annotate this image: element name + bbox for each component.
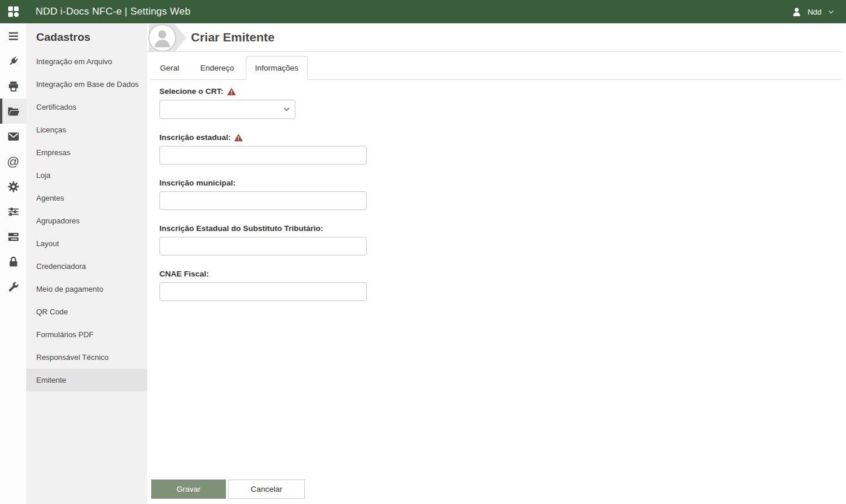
top-header: NDD i-Docs NFC-e | Settings Web Ndd bbox=[0, 0, 846, 23]
sliders-icon[interactable] bbox=[0, 199, 26, 224]
page-header: Criar Emitente bbox=[147, 23, 841, 52]
sidebar-heading: Cadastros bbox=[26, 23, 147, 50]
sidebar-item-layout[interactable]: Layout bbox=[26, 232, 147, 255]
field-label: Inscrição municipal: bbox=[159, 178, 846, 187]
envelope-icon[interactable] bbox=[0, 124, 26, 149]
sidebar-item-integracao-base-dados[interactable]: Integração em Base de Dados bbox=[26, 73, 147, 96]
warning-icon bbox=[234, 134, 243, 142]
sidebar-item-responsavel-tecnico[interactable]: Responsável Técnico bbox=[26, 346, 147, 369]
sidebar-item-formularios-pdf[interactable]: Formulários PDF bbox=[26, 323, 147, 346]
tab-informacoes[interactable]: Informações bbox=[246, 56, 308, 80]
menu-icon[interactable] bbox=[0, 23, 26, 48]
inscricao-substituto-input[interactable] bbox=[159, 237, 367, 256]
chevron-down-icon bbox=[827, 8, 835, 16]
user-name: Ndd bbox=[807, 8, 821, 16]
save-button[interactable]: Gravar bbox=[151, 480, 226, 499]
cnae-fiscal-label: CNAE Fiscal: bbox=[159, 270, 209, 278]
inscricao-municipal-label: Inscrição municipal: bbox=[159, 178, 236, 187]
crt-label: Selecione o CRT: bbox=[159, 87, 224, 96]
icon-rail: @ bbox=[0, 23, 26, 504]
field-inscricao-municipal: Inscrição municipal: bbox=[159, 178, 846, 210]
user-menu[interactable]: Ndd bbox=[791, 6, 835, 18]
cnae-fiscal-input[interactable] bbox=[159, 282, 367, 301]
tab-geral[interactable]: Geral bbox=[151, 56, 189, 79]
lock-icon[interactable] bbox=[0, 249, 26, 274]
field-label: CNAE Fiscal: bbox=[159, 270, 846, 278]
sidebar-item-integracao-arquivo[interactable]: Integração em Arquivo bbox=[26, 50, 147, 73]
informacoes-form: Selecione o CRT: Inscrição estad bbox=[147, 80, 846, 480]
sidebar-item-certificados[interactable]: Certificados bbox=[26, 96, 147, 118]
sidebar-item-agrupadores[interactable]: Agrupadores bbox=[26, 209, 147, 232]
warning-icon bbox=[227, 88, 236, 96]
crt-select[interactable] bbox=[159, 100, 295, 119]
field-label: Selecione o CRT: bbox=[159, 87, 846, 96]
form-actions: Gravar Cancelar bbox=[147, 480, 846, 504]
field-label: Inscrição estadual: bbox=[159, 133, 846, 142]
main-content: Criar Emitente Geral Endereço Informaçõe… bbox=[147, 23, 846, 504]
sidebar-item-empresas[interactable]: Empresas bbox=[26, 141, 147, 164]
emitente-avatar-icon bbox=[148, 24, 187, 52]
at-sign-icon[interactable]: @ bbox=[0, 149, 26, 174]
sidebar-item-emitente[interactable]: Emitente bbox=[26, 369, 147, 391]
field-label: Inscrição Estadual do Substituto Tributá… bbox=[159, 224, 846, 233]
sidebar-item-agentes[interactable]: Agentes bbox=[26, 187, 147, 209]
field-cnae-fiscal: CNAE Fiscal: bbox=[159, 270, 846, 301]
printer-icon[interactable] bbox=[0, 74, 26, 99]
cancel-button[interactable]: Cancelar bbox=[228, 480, 305, 499]
stacked-rows-icon[interactable] bbox=[0, 224, 26, 249]
gear-icon[interactable] bbox=[0, 174, 26, 199]
tab-bar: Geral Endereço Informações bbox=[151, 56, 841, 80]
user-icon bbox=[791, 6, 802, 18]
folder-open-icon[interactable] bbox=[0, 99, 26, 124]
plug-icon[interactable] bbox=[0, 48, 26, 74]
sidebar-cadastros: Cadastros Integração em Arquivo Integraç… bbox=[26, 23, 147, 504]
field-crt: Selecione o CRT: bbox=[159, 87, 846, 119]
wrench-icon[interactable] bbox=[0, 274, 26, 299]
tab-endereco[interactable]: Endereço bbox=[191, 56, 243, 79]
inscricao-municipal-input[interactable] bbox=[159, 191, 367, 210]
sidebar-item-qr-code[interactable]: QR Code bbox=[26, 300, 147, 323]
sidebar-item-licencas[interactable]: Licenças bbox=[26, 118, 147, 141]
sidebar-item-meio-pagamento[interactable]: Meio de pagamento bbox=[26, 278, 147, 300]
app-title: NDD i-Docs NFC-e | Settings Web bbox=[36, 6, 190, 18]
apps-grid-icon[interactable] bbox=[8, 6, 19, 18]
sidebar-item-loja[interactable]: Loja bbox=[26, 164, 147, 187]
page-title: Criar Emitente bbox=[191, 30, 275, 44]
sidebar-item-credenciadora[interactable]: Credenciadora bbox=[26, 255, 147, 278]
inscricao-estadual-input[interactable] bbox=[159, 146, 367, 164]
inscricao-estadual-label: Inscrição estadual: bbox=[159, 133, 231, 142]
field-inscricao-estadual: Inscrição estadual: bbox=[159, 133, 846, 164]
inscricao-substituto-label: Inscrição Estadual do Substituto Tributá… bbox=[159, 224, 323, 233]
field-inscricao-substituto: Inscrição Estadual do Substituto Tributá… bbox=[159, 224, 846, 256]
